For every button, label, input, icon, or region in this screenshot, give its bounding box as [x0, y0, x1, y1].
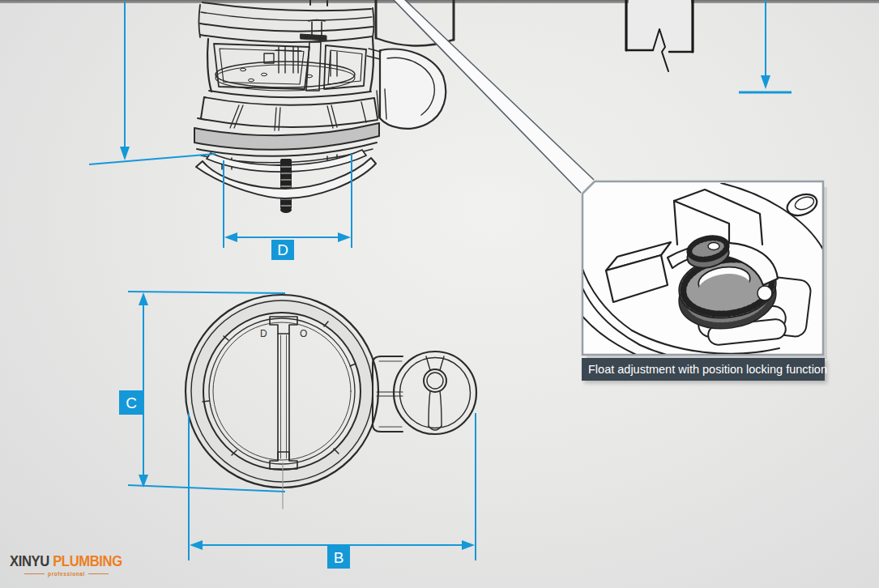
brand-tagline: professional	[48, 571, 85, 577]
valve-top-view-drawing: D O	[186, 295, 476, 509]
tagline-rule-left	[24, 573, 45, 574]
dimension-c-text: C	[126, 395, 137, 411]
dimension-c-label: C	[119, 390, 143, 415]
fill-valve-drawing	[194, 0, 454, 213]
diagram-page: D O	[0, 0, 879, 588]
callout-panel	[391, 0, 827, 363]
topview-mark-d: D	[260, 328, 267, 339]
brand-logo-wordmark: XINYU PLUMBING	[10, 553, 100, 570]
dimension-height-right	[739, 0, 792, 92]
brand-name-secondary: PLUMBING	[53, 553, 122, 569]
dimension-b	[189, 413, 476, 560]
dimension-d-label: D	[271, 240, 294, 260]
tagline-rule-right	[88, 573, 109, 574]
brand-logo: XINYU PLUMBING professional	[10, 553, 105, 577]
dimension-b-label: B	[327, 546, 350, 569]
technical-diagram-canvas: D O	[0, 0, 879, 588]
callout-caption: Float adjustment with position locking f…	[582, 358, 825, 381]
brand-logo-tagline-row: professional	[24, 571, 109, 577]
brand-name-primary: XINYU	[10, 553, 49, 569]
tank-wall-break-drawing	[626, 0, 693, 71]
dimension-b-text: B	[334, 550, 344, 565]
callout-caption-text: Float adjustment with position locking f…	[588, 363, 827, 376]
dimension-d-text: D	[277, 242, 288, 258]
topview-mark-o: O	[300, 328, 307, 339]
